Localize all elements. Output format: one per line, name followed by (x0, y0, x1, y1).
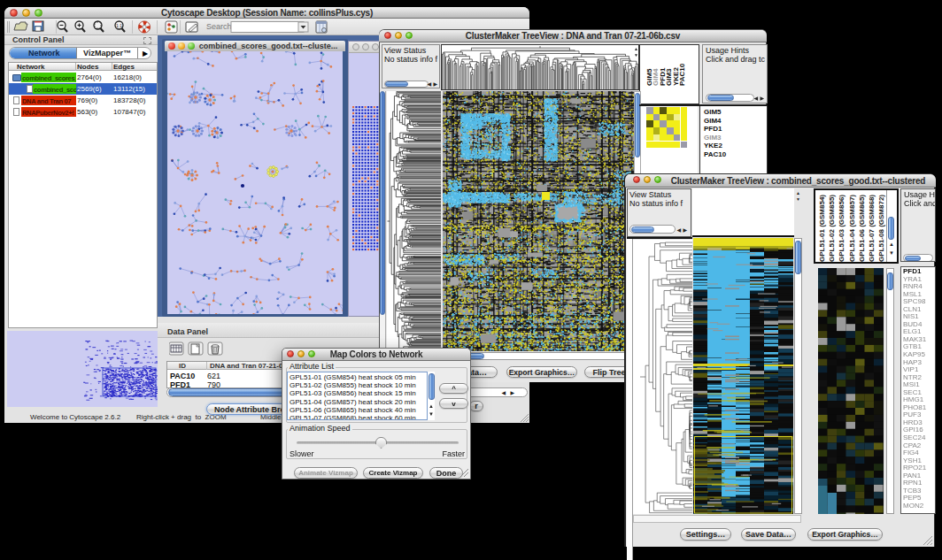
svg-text:Search:: Search: (206, 22, 234, 31)
svg-text:1:1: 1:1 (116, 23, 122, 28)
